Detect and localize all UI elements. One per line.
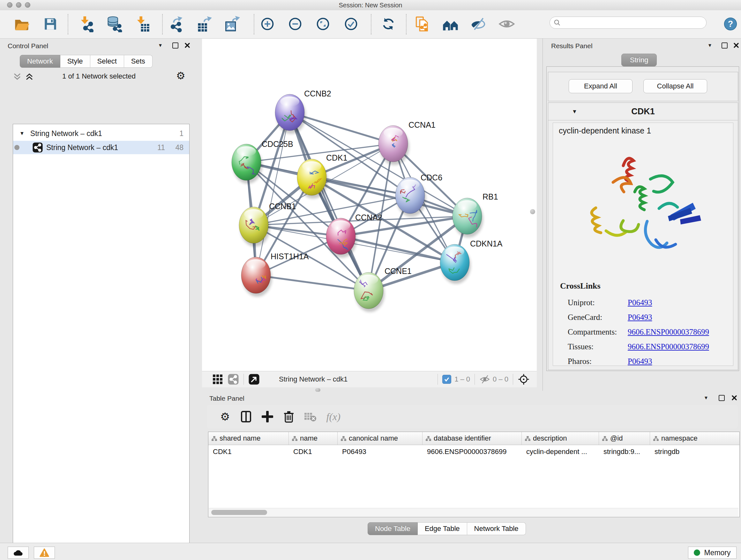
memory-button[interactable]: Memory bbox=[688, 547, 737, 559]
show-columns-icon[interactable] bbox=[241, 411, 252, 423]
cloud-status-button[interactable] bbox=[8, 547, 29, 559]
add-column-icon[interactable] bbox=[262, 411, 273, 422]
selected-items-checkbox[interactable] bbox=[442, 375, 451, 384]
hide-graphics-details-button[interactable] bbox=[497, 15, 516, 33]
table-row[interactable]: CDK1CDK1P064939606.ENSP00000378699cyclin… bbox=[208, 445, 739, 457]
panel-menu-icon[interactable]: ▼ bbox=[158, 43, 163, 48]
results-panel-collapse-handle[interactable] bbox=[529, 207, 537, 216]
tab-string[interactable]: String bbox=[621, 54, 657, 66]
network-node-CDK1[interactable] bbox=[297, 159, 328, 199]
network-node-RB1[interactable] bbox=[453, 198, 483, 238]
network-collection-row[interactable]: ▼ String Network – cdk1 1 bbox=[13, 127, 189, 140]
crosslink-row: Tissues:9606.ENSP00000378699 bbox=[568, 339, 727, 354]
show-hide-graphics-button[interactable] bbox=[469, 15, 487, 33]
network-options-gear-icon[interactable]: ⚙ bbox=[176, 70, 185, 82]
tab-node-table[interactable]: Node Table bbox=[367, 522, 418, 535]
string-view-icon[interactable] bbox=[227, 374, 239, 385]
save-session-button[interactable] bbox=[41, 15, 60, 33]
network-node-CCNB2[interactable] bbox=[275, 94, 306, 134]
zoom-fit-content-button[interactable] bbox=[314, 15, 332, 33]
search-input[interactable] bbox=[561, 19, 696, 27]
network-edge-CCNB2-HIST1H1A[interactable] bbox=[256, 112, 290, 275]
table-cell[interactable]: cyclin-dependent ... bbox=[522, 445, 599, 457]
column-header-id[interactable]: @id bbox=[599, 432, 650, 445]
import-network-from-file-button[interactable] bbox=[77, 15, 95, 33]
column-header-name[interactable]: name bbox=[289, 432, 338, 445]
crosslink-link[interactable]: P06493 bbox=[628, 298, 652, 307]
node-label-CCNB1: CCNB1 bbox=[269, 202, 296, 211]
tab-network-table[interactable]: Network Table bbox=[467, 522, 526, 535]
panel-float-icon[interactable] bbox=[722, 43, 728, 49]
warnings-button[interactable] bbox=[34, 547, 55, 559]
column-header-canonicalname[interactable]: canonical name bbox=[338, 432, 422, 445]
zoom-selected-button[interactable] bbox=[342, 15, 360, 33]
table-options-gear-icon[interactable]: ⚙ bbox=[220, 410, 230, 423]
tab-select[interactable]: Select bbox=[90, 55, 124, 68]
export-table-button[interactable] bbox=[195, 15, 213, 33]
scrollbar-thumb[interactable] bbox=[211, 510, 267, 515]
help-button[interactable]: ? bbox=[721, 15, 740, 33]
network-node-HIST1H1A[interactable] bbox=[241, 257, 272, 297]
grid-view-icon[interactable] bbox=[212, 374, 223, 385]
tab-sets[interactable]: Sets bbox=[124, 55, 152, 68]
network-node-CDKN1A[interactable] bbox=[440, 244, 471, 284]
network-node-CCNE1[interactable] bbox=[354, 272, 385, 312]
table-cell[interactable]: 9606.ENSP00000378699 bbox=[422, 445, 522, 457]
export-network-button[interactable] bbox=[167, 15, 186, 33]
column-header-description[interactable]: description bbox=[522, 432, 599, 445]
panel-close-icon[interactable] bbox=[731, 395, 737, 401]
import-network-from-database-button[interactable] bbox=[105, 15, 124, 33]
network-node-CDC6[interactable] bbox=[395, 177, 426, 217]
panel-close-icon[interactable] bbox=[185, 43, 190, 48]
open-in-window-icon[interactable] bbox=[248, 374, 260, 385]
delete-column-trash-icon[interactable] bbox=[283, 410, 294, 423]
network-canvas[interactable]: CCNB2CCNA1CDC25BCDK1CDC6RB1CCNB1CCNA2CDK… bbox=[202, 39, 537, 371]
zoom-in-button[interactable] bbox=[258, 15, 277, 33]
table-cell[interactable]: CDK1 bbox=[208, 445, 289, 457]
panel-close-icon[interactable] bbox=[733, 43, 739, 48]
column-header-sharedname[interactable]: shared name bbox=[208, 432, 289, 445]
zoom-out-button[interactable] bbox=[286, 15, 305, 33]
crosslink-link[interactable]: 9606.ENSP00000378699 bbox=[628, 342, 709, 351]
birds-eye-crosshair-icon[interactable] bbox=[518, 373, 530, 385]
network-edge-CCNA2-CDKN1A[interactable] bbox=[341, 236, 455, 262]
export-image-button[interactable] bbox=[223, 15, 241, 33]
crosslink-link[interactable]: 9606.ENSP00000378699 bbox=[628, 327, 709, 336]
open-session-button[interactable] bbox=[12, 15, 31, 33]
zoom-out-icon bbox=[287, 16, 304, 32]
panel-menu-icon[interactable]: ▼ bbox=[704, 395, 709, 400]
collapse-all-button[interactable]: Collapse All bbox=[643, 79, 707, 93]
column-header-namespace[interactable]: namespace bbox=[650, 432, 740, 445]
refresh-view-button[interactable] bbox=[379, 15, 398, 33]
panel-menu-icon[interactable]: ▼ bbox=[708, 43, 712, 48]
panel-float-icon[interactable] bbox=[172, 43, 179, 49]
table-cell[interactable]: P06493 bbox=[338, 445, 422, 457]
tab-network[interactable]: Network bbox=[20, 55, 60, 68]
column-header-label: canonical name bbox=[349, 434, 398, 442]
network-item-row[interactable]: String Network – cdk1 11 48 bbox=[13, 141, 189, 154]
table-cell[interactable]: stringdb bbox=[650, 445, 740, 457]
table-panel-splitter-handle[interactable] bbox=[315, 388, 320, 392]
table-cell[interactable]: CDK1 bbox=[289, 445, 338, 457]
network-node-CCNA1[interactable] bbox=[379, 125, 409, 165]
results-panel-title: Results Panel bbox=[551, 42, 593, 50]
expand-all-networks-icon[interactable] bbox=[25, 73, 34, 80]
clone-network-button[interactable] bbox=[413, 15, 432, 33]
toolbar-search-field[interactable] bbox=[549, 17, 706, 29]
collapse-all-networks-icon[interactable] bbox=[13, 73, 22, 80]
network-node-CCNB1[interactable] bbox=[239, 207, 270, 246]
import-table-from-file-button[interactable] bbox=[133, 15, 151, 33]
horizontal-scrollbar[interactable] bbox=[209, 508, 738, 516]
collection-expand-icon[interactable]: ▼ bbox=[19, 131, 24, 136]
network-edge-CDK1-RB1[interactable] bbox=[312, 177, 467, 216]
crosslink-link[interactable]: P06493 bbox=[628, 313, 652, 322]
network-edge-HIST1H1A-CCNE1[interactable] bbox=[256, 275, 368, 291]
column-header-databaseidentifier[interactable]: database identifier bbox=[422, 432, 522, 445]
expand-all-button[interactable]: Expand All bbox=[569, 79, 632, 93]
panel-float-icon[interactable] bbox=[719, 395, 725, 401]
crosslink-link[interactable]: P06493 bbox=[628, 357, 652, 366]
tab-edge-table[interactable]: Edge Table bbox=[418, 522, 467, 535]
tab-style[interactable]: Style bbox=[60, 55, 90, 68]
table-cell[interactable]: stringdb:9... bbox=[599, 445, 650, 457]
home-style-button[interactable] bbox=[442, 15, 460, 33]
